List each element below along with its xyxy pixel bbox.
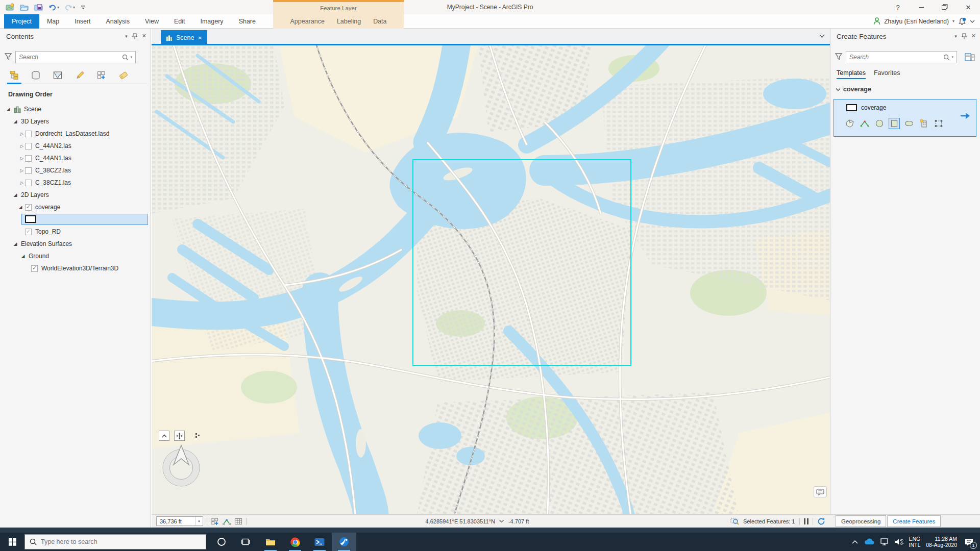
list-by-data-source-icon[interactable]: [29, 69, 42, 82]
circle-tool-icon[interactable]: [874, 118, 885, 129]
tab-templates[interactable]: Templates: [837, 69, 866, 79]
overview-toggle-button[interactable]: [159, 431, 169, 441]
scale-dropdown-arrow[interactable]: ▾: [195, 517, 203, 525]
search-options-arrow[interactable]: ▾: [951, 55, 953, 59]
expanded-twisty-icon[interactable]: ◢: [20, 254, 26, 259]
collapsed-twisty-icon[interactable]: ▷: [19, 168, 25, 173]
layer-checkbox-checked[interactable]: [31, 265, 38, 272]
tree-item-coverage-symbol[interactable]: [0, 213, 151, 226]
close-view-icon[interactable]: ✕: [198, 35, 202, 41]
expanded-twisty-icon[interactable]: ◢: [12, 241, 18, 246]
refresh-icon[interactable]: [817, 517, 825, 525]
language-indicator[interactable]: ENG INTL: [909, 536, 921, 548]
open-active-template-arrow-icon[interactable]: [960, 112, 971, 120]
geoprocessing-dock-tab[interactable]: Geoprocessing: [836, 515, 886, 527]
start-button[interactable]: [0, 533, 24, 551]
pin-icon[interactable]: [132, 33, 137, 39]
file-explorer-button[interactable]: [258, 533, 283, 551]
taskbar-clock[interactable]: 11:28 AM 08-Aug-2020: [926, 536, 957, 548]
layer-checkbox[interactable]: [25, 180, 32, 186]
pin-icon[interactable]: [962, 33, 967, 39]
list-by-editing-icon[interactable]: [73, 69, 86, 82]
polygon-tool-icon[interactable]: [844, 118, 855, 129]
search-icon[interactable]: [943, 54, 950, 61]
nav-drag-handle[interactable]: [195, 433, 200, 438]
onedrive-icon[interactable]: [864, 538, 875, 545]
layer-checkbox-checked[interactable]: [25, 204, 32, 211]
tree-item-worldelevation[interactable]: WorldElevation3D/Terrain3D: [0, 262, 151, 274]
tab-map[interactable]: Map: [39, 14, 67, 29]
layer-checkbox[interactable]: [25, 131, 32, 137]
tree-item-scene[interactable]: ◢ Scene: [0, 103, 151, 115]
list-by-labeling-icon[interactable]: [117, 69, 130, 82]
tab-insert[interactable]: Insert: [67, 14, 98, 29]
layer-checkbox[interactable]: [25, 167, 32, 174]
close-button[interactable]: ✕: [957, 0, 980, 14]
tree-item-c38cz1[interactable]: ▷ C_38CZ1.las: [0, 177, 151, 189]
snapping-toggle-icon[interactable]: [223, 517, 231, 525]
expanded-twisty-icon[interactable]: ◢: [5, 107, 11, 112]
layer-checkbox-checked[interactable]: [25, 229, 32, 235]
tree-item-coverage[interactable]: ◢ coverage: [0, 201, 151, 213]
panel-menu-dropdown-icon[interactable]: ▾: [125, 34, 128, 39]
selected-feature-rectangle[interactable]: [412, 159, 631, 366]
expanded-twisty-icon[interactable]: ◢: [12, 192, 18, 197]
tree-item-c38cz2[interactable]: ▷ C_38CZ2.las: [0, 164, 151, 177]
ribbon-collapse-chevron-icon[interactable]: [970, 19, 975, 23]
pan-mode-button[interactable]: [174, 431, 185, 441]
tree-item-ground[interactable]: ◢ Ground: [0, 250, 151, 262]
user-dropdown-arrow[interactable]: ▾: [952, 19, 954, 23]
open-project-button[interactable]: [18, 1, 31, 13]
tree-item-elevation-surfaces[interactable]: ◢ Elevation Surfaces: [0, 238, 151, 250]
minimize-button[interactable]: [910, 0, 933, 14]
list-by-snapping-icon[interactable]: [95, 69, 108, 82]
list-by-drawing-order-icon[interactable]: [7, 69, 20, 82]
chrome-button[interactable]: [283, 533, 307, 551]
create-features-search-input[interactable]: [846, 54, 943, 61]
expanded-twisty-icon[interactable]: ◢: [17, 205, 23, 210]
freehand-extent-tool-icon[interactable]: [933, 118, 944, 129]
layer-checkbox[interactable]: [25, 143, 32, 149]
map-message-icon[interactable]: [814, 486, 827, 497]
customize-quick-access-button[interactable]: [79, 1, 88, 13]
hidden-icons-chevron-icon[interactable]: [852, 540, 858, 544]
taskbar-search-box[interactable]: [24, 534, 206, 549]
tab-imagery[interactable]: Imagery: [192, 14, 231, 29]
coverage-template-card[interactable]: coverage: [834, 99, 976, 137]
search-icon[interactable]: [122, 54, 129, 61]
add-grid-icon[interactable]: [211, 517, 219, 525]
filter-funnel-icon[interactable]: [4, 53, 12, 61]
pause-drawing-button[interactable]: [804, 518, 809, 524]
selected-features-count[interactable]: Selected Features: 1: [743, 518, 795, 524]
filter-funnel-icon[interactable]: [835, 53, 843, 61]
panel-menu-dropdown-icon[interactable]: ▾: [954, 34, 957, 39]
rectangle-tool-icon[interactable]: [889, 118, 900, 129]
arcgis-pro-button[interactable]: [332, 533, 356, 551]
tree-item-2d-layers[interactable]: ◢ 2D Layers: [0, 189, 151, 201]
ellipse-tool-icon[interactable]: [903, 118, 915, 129]
scene-view-tab[interactable]: Scene ✕: [161, 30, 207, 45]
coverage-rectangle-symbol[interactable]: [25, 215, 36, 223]
tree-item-3d-layers[interactable]: ◢ 3D Layers: [0, 115, 151, 128]
tree-item-c44an1[interactable]: ▷ C_44AN1.las: [0, 152, 151, 164]
undo-button[interactable]: ▾: [47, 1, 61, 13]
volume-icon[interactable]: [895, 538, 903, 545]
restore-button[interactable]: [933, 0, 957, 14]
line-tool-icon[interactable]: [859, 118, 870, 129]
tab-analysis[interactable]: Analysis: [99, 14, 138, 29]
tab-edit[interactable]: Edit: [166, 14, 193, 29]
expanded-twisty-icon[interactable]: ◢: [12, 119, 18, 124]
map-canvas[interactable]: [152, 45, 830, 514]
tree-item-c44an2[interactable]: ▷ C_44AN2.las: [0, 140, 151, 152]
panel-close-icon[interactable]: ✕: [971, 33, 976, 39]
panel-close-icon[interactable]: ✕: [142, 33, 146, 39]
tree-item-topo-rd[interactable]: Topo_RD: [0, 226, 151, 238]
list-by-selection-icon[interactable]: [51, 69, 64, 82]
search-options-arrow[interactable]: ▾: [130, 55, 132, 59]
compass-north-arrow[interactable]: [158, 443, 204, 489]
collapsed-twisty-icon[interactable]: ▷: [19, 156, 25, 161]
cortana-button[interactable]: [209, 533, 234, 551]
tab-view[interactable]: View: [137, 14, 166, 29]
collapsed-twisty-icon[interactable]: ▷: [19, 144, 25, 148]
collapsed-twisty-icon[interactable]: ▷: [19, 181, 25, 185]
